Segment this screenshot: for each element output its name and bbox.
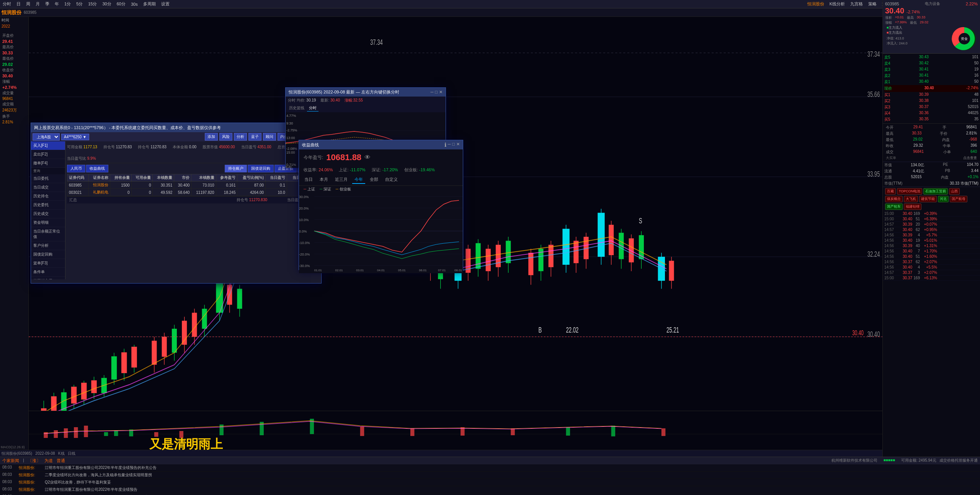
news-tab-comm[interactable]: 为道 [44, 458, 53, 464]
analysis-btn[interactable]: 分析 [234, 133, 247, 141]
toolbar-btn-1m[interactable]: 1分 [63, 1, 72, 7]
risk-btn[interactable]: 风险 [219, 133, 232, 141]
news-tab-new[interactable]: 个家新闻 [2, 458, 19, 464]
category-tag[interactable]: 大飞机 [904, 196, 918, 202]
menu-normal-pos[interactable]: 当日余额正常位值 [31, 227, 65, 241]
pnl-tab-custom[interactable]: 自定义 [383, 176, 400, 184]
news-item[interactable]: 08:03 恒润股份: 江明市年恒润重工股份有限公司2022年半年度业绩预告的补… [0, 464, 980, 472]
category-tag[interactable]: 山西 [949, 188, 960, 195]
pnl-tab-month[interactable]: 本月 [317, 176, 330, 184]
toolbar-btn-quarter[interactable]: 季 [44, 1, 51, 7]
toolbar-btn-15m[interactable]: 15分 [87, 1, 98, 7]
toolbar-btn-fen[interactable]: 分时 [2, 1, 12, 7]
menu-condition[interactable]: 条件单 [31, 268, 65, 277]
category-tag[interactable]: 煤炭概念 [885, 196, 903, 202]
menu-today-orders[interactable]: 当日委托 [31, 174, 65, 183]
news-tab-common[interactable]: 普通 [57, 458, 65, 464]
news-item[interactable]: 08:03 恒润股份: 江明市年恒润重工股份有限公司关于股票交易异常波动的公告 [0, 493, 980, 495]
mini-close[interactable]: ✕ [439, 90, 443, 95]
stock-trade-item[interactable]: 14:57 30.37 3 +2.07% [883, 270, 980, 275]
menu-hist-trades[interactable]: 历史成交 [31, 210, 65, 218]
nav-btn-k[interactable]: K线分析 [828, 1, 846, 7]
pnl-maximize[interactable]: □ [452, 142, 455, 148]
svg-rect-138 [104, 432, 108, 436]
tab-currency[interactable]: 人民币 [67, 165, 85, 172]
tab-bond-repo[interactable]: 国债逆回购 [248, 165, 274, 172]
toolbar-btn-30s[interactable]: 30s [130, 2, 139, 7]
stock-trade-item[interactable]: 14:56 30.40 7 +1.70% [883, 249, 980, 254]
menu-basket[interactable]: 篮单[F3] [31, 259, 65, 268]
category-tag[interactable]: TOPCON电池 [897, 188, 922, 195]
menu-today-trades[interactable]: 当日成交 [31, 183, 65, 192]
svg-rect-93 [486, 249, 491, 271]
menu-client-analysis[interactable]: 客户分析 [31, 241, 65, 250]
mini-dialog-title[interactable]: 恒润股份(603985) 2022-09-08 最新 — 左右方向键切换分时 ─… [286, 88, 446, 97]
stock-trade-item[interactable]: 14:57 30.40 62 +0.95% [883, 227, 980, 233]
pnl-tab-3month[interactable]: 近三月 [333, 176, 350, 184]
category-tag[interactable]: 河北 [938, 196, 949, 202]
toolbar-btn-month[interactable]: 月 [34, 1, 41, 7]
news-item[interactable]: 08:03 恒润股份: 二季度业绩环比方向改善，海风上方及稳承包量业绩实现明显拐 [0, 472, 980, 479]
tab-profit-curve[interactable]: 收益曲线 [86, 165, 108, 172]
tab-positions[interactable]: 持仓账户 [225, 165, 247, 172]
stock-trade-item[interactable]: 14:56 30.39 4 +5.7% [883, 233, 980, 238]
menu-hist-orders[interactable]: 历史委托 [31, 201, 65, 210]
stock-trade-item[interactable]: 14:56 30.40 51 +1.60% [883, 254, 980, 259]
menu-third-board[interactable]: 第三板交易 [31, 277, 65, 279]
pnl-info-icon[interactable]: ℹ [444, 142, 446, 148]
mc-tab-history[interactable]: 历史篮线 [287, 105, 306, 111]
category-tag[interactable]: 百藏 [885, 188, 896, 195]
category-tag[interactable]: 建筑节能 [919, 196, 937, 202]
menu-bond-repo[interactable]: 国债定回购 [31, 250, 65, 259]
news-tab-hotspot[interactable]: 〔涨〕 [28, 458, 41, 464]
stock-trade-item[interactable]: 15:00 30.40 51 +6.39% [883, 216, 980, 222]
category-tag[interactable]: 国产航母 [950, 196, 967, 202]
stock-trade-item[interactable]: 14:56 30.37 62 +2.07% [883, 259, 980, 265]
toolbar-btn-30m[interactable]: 30分 [101, 1, 113, 7]
stock-trade-item[interactable]: 14:56 30.40 19 +5.01% [883, 238, 980, 243]
stock-trade-item[interactable]: 14:56 30.40 4 +5.5% [883, 265, 980, 270]
news-item[interactable]: 08:03 恒润股份: Q2业绩环比改善，静待下半年盈利复妥 [0, 479, 980, 486]
toolbar-btn-60m[interactable]: 60分 [116, 1, 127, 7]
stock-trade-item[interactable]: 15:00 30.40 169 +0.39% [883, 211, 980, 216]
nav-btn-9[interactable]: 九宫格 [849, 1, 864, 7]
menu-buy[interactable]: 买入[F1] [31, 141, 65, 150]
market-select[interactable]: 上海A股 深圳A股 [33, 133, 60, 141]
toolbar-btn-week[interactable]: 周 [25, 1, 31, 7]
toolbar-btn-year[interactable]: 年 [54, 1, 60, 7]
pnl-minimize[interactable]: ─ [448, 142, 451, 148]
toolbar-btn-multi[interactable]: 多周期 [142, 1, 157, 7]
svg-text:-2.75%: -2.75% [286, 128, 297, 132]
menu-holdings[interactable]: 历史持仓 [31, 192, 65, 201]
menu-sell[interactable]: 卖出[F2] [31, 150, 65, 159]
nav-btn-trade[interactable]: 策略 [867, 1, 878, 7]
pnl-eye-icon[interactable]: 👁 [364, 154, 371, 161]
stock-trade-item[interactable]: 14:56 30.39 40 +1.31% [883, 243, 980, 249]
menu-fund-detail[interactable]: 资金明细 [31, 218, 65, 227]
toolbar-btn-day[interactable]: 日 [15, 1, 22, 7]
holding-row[interactable]: 603985 恒润股份 1500 0 30.351 30.400 73.010 … [67, 182, 320, 189]
mini-minimize[interactable]: ─ [431, 90, 434, 95]
account-btn[interactable]: A4***6250 ▼ [61, 134, 89, 140]
pnl-tab-today[interactable]: 当日 [302, 176, 315, 184]
category-tag[interactable]: 石油加工贸易 [923, 188, 948, 195]
news-item[interactable]: 08:03 恒润股份: 江明市年恒润重工股份有限公司2022年半年度业绩预告 [0, 486, 980, 493]
pnl-title-bar[interactable]: 收益曲线 ℹ ─ □ ✕ [299, 140, 463, 149]
cloud-btn[interactable]: 蓝子 [248, 133, 261, 141]
consult-btn[interactable]: 顾问 [263, 133, 276, 141]
toolbar-btn-5m[interactable]: 5分 [75, 1, 84, 7]
pnl-tab-all[interactable]: 全部 [368, 176, 381, 184]
mc-tab-timeshare[interactable]: 分时 [307, 105, 318, 111]
dialog-title-bar[interactable]: 网上股票交易系统0 - 1311(20***5796） - 本委托系统建立委托同… [31, 123, 321, 132]
add-btn[interactable]: 添加 [205, 133, 218, 141]
holding-row[interactable]: 003021 礼鹏机电 0 0 49.592 58.640 11197.820 … [67, 189, 320, 196]
pnl-close[interactable]: ✕ [456, 142, 460, 148]
category-tag[interactable]: 福建钴锂 [904, 203, 921, 210]
mini-maximize[interactable]: □ [435, 90, 438, 95]
toolbar-btn-settings[interactable]: 设置 [160, 1, 171, 7]
category-tag[interactable]: 国产轮车 [885, 203, 903, 210]
menu-cancel[interactable]: 撤单[F4] [31, 159, 65, 168]
pnl-tab-year[interactable]: 今年 [352, 176, 365, 184]
stock-trade-item[interactable]: 15:00 30.37 169 +6.13% [883, 275, 980, 281]
stock-trade-item[interactable]: 14:57 30.39 20 +0.07% [883, 222, 980, 227]
